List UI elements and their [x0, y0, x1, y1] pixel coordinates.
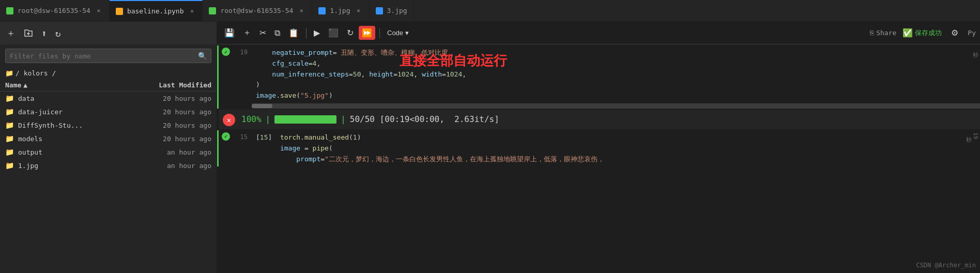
chevron-down-icon: ▾	[405, 29, 409, 37]
file-modified: 20 hours ago	[129, 122, 211, 129]
file-name: data-juicer	[18, 108, 129, 116]
interrupt-output-button[interactable]: ✕	[223, 114, 235, 126]
list-item[interactable]: 📁 data 20 hours ago	[0, 92, 217, 105]
tab-label: 1.jpg	[330, 7, 350, 14]
file-name: models	[18, 135, 129, 143]
run-button[interactable]: ▶	[311, 26, 323, 40]
file-modified: 20 hours ago	[129, 135, 211, 143]
cell-1-content[interactable]: negative_prompt= 丑陋、变形、嘈杂、模糊、低对比度， cfg_s…	[252, 46, 970, 103]
folder-icon: 📁	[5, 134, 14, 143]
save-success-label: 保存成功	[915, 28, 942, 38]
save-success-indicator: ✅ 保存成功	[902, 28, 942, 38]
cell-type-label: Code	[387, 29, 403, 37]
paste-button[interactable]: 📋	[285, 26, 302, 40]
notebook-icon	[116, 8, 123, 15]
folder-icon: 📁	[5, 94, 14, 102]
tab-close[interactable]: ✕	[355, 7, 363, 15]
sort-icon: ▲	[23, 81, 27, 89]
separator2	[379, 28, 380, 38]
share-label: Share	[876, 29, 896, 37]
list-item[interactable]: 📁 data-juicer 20 hours ago	[0, 105, 217, 118]
interrupt-button[interactable]: ⬛	[325, 26, 342, 40]
file-name: output	[18, 148, 129, 156]
code-line: cfg_scale=4,	[256, 58, 966, 69]
tab-label: baseline.ipynb	[127, 7, 184, 15]
list-item[interactable]: 📁 DiffSynth-Stu... 20 hours ago	[0, 118, 217, 132]
share-icon: ⎘	[870, 29, 874, 37]
scroll-thumb	[252, 104, 272, 108]
horizontal-scrollbar[interactable]	[252, 103, 980, 109]
notebook-wrapper: ✓ 19 negative_prompt= 丑陋、变形、嘈杂、模糊、低对比度， …	[217, 44, 980, 273]
list-item[interactable]: 📁 1.jpg an hour ago	[0, 159, 217, 172]
cell-3-status: ✓	[219, 130, 233, 166]
folder-icon: 📁	[5, 69, 13, 77]
folder-icon: 📁	[5, 121, 14, 129]
share-button[interactable]: ⎘ Share	[870, 29, 896, 37]
col-modified-header[interactable]: Last Modified	[129, 81, 211, 89]
tab-terminal2[interactable]: root@dsw-616535-54 ✕	[203, 0, 312, 21]
main-layout: ＋ ⬆ ↻ 🔍 📁 / kolors / Name	[0, 22, 980, 273]
progress-bar-container: 100% | | 50/50 [00:19<00:00, 2.63it/s]	[241, 114, 499, 124]
new-folder-icon[interactable]	[24, 28, 33, 38]
progress-separator2: |	[341, 114, 346, 124]
tab-notebook[interactable]: baseline.ipynb ✕	[110, 0, 203, 21]
cell-1-time: 秒	[970, 46, 980, 103]
cell-output-content-row: ✕ 100% | | 50/50 [00:19<00:00, 2.63it/s]	[219, 110, 980, 129]
save-button[interactable]: 💾	[221, 26, 238, 40]
file-modified: 20 hours ago	[129, 108, 211, 116]
tab-close[interactable]: ✕	[297, 7, 305, 15]
toolbar-right: ⎘ Share ✅ 保存成功 ⚙ Py	[870, 26, 976, 40]
file-modified: an hour ago	[129, 148, 211, 156]
settings-button[interactable]: ⚙	[948, 26, 961, 40]
upload-icon[interactable]: ⬆	[41, 28, 47, 39]
cell-3-content[interactable]: [15] torch.manual_seed(1) image = pipe( …	[252, 130, 963, 166]
sidebar: ＋ ⬆ ↻ 🔍 📁 / kolors / Name	[0, 22, 217, 273]
new-file-icon[interactable]: ＋	[6, 27, 16, 39]
progress-separator: |	[266, 114, 271, 124]
progress-percent: 100%	[241, 114, 262, 124]
progress-bar	[274, 115, 336, 124]
tab-label: root@dsw-616535-54	[220, 7, 293, 14]
search-icon: 🔍	[198, 52, 207, 60]
cell-3-number: 15	[233, 130, 252, 166]
progress-stats: 50/50 [00:19<00:00, 2.63it/s]	[350, 114, 499, 124]
image-icon	[318, 7, 326, 14]
cut-button[interactable]: ✂	[256, 26, 269, 40]
run-all-button[interactable]: ⏩	[359, 26, 375, 40]
list-item[interactable]: 📁 output an hour ago	[0, 145, 217, 159]
cell-type-selector[interactable]: Code ▾	[384, 28, 412, 38]
file-name: 1.jpg	[18, 162, 129, 170]
add-cell-button[interactable]: ＋	[240, 25, 254, 40]
tab-bar: root@dsw-616535-54 ✕ baseline.ipynb ✕ ro…	[0, 0, 980, 22]
col-name-header[interactable]: Name ▲	[5, 81, 129, 89]
tab-img3[interactable]: 3.jpg	[370, 0, 414, 21]
folder-icon: 📁	[5, 148, 14, 156]
cell-output-row: ✕ 100% | | 50/50 [00:19<00:00, 2.63it/s]	[217, 110, 980, 129]
file-name: DiffSynth-Stu...	[18, 122, 129, 129]
tab-img1[interactable]: 1.jpg ✕	[312, 0, 369, 21]
copy-button[interactable]: ⧉	[271, 26, 283, 40]
file-list-header[interactable]: Name ▲ Last Modified	[0, 79, 217, 92]
code-line: image.save("5.jpg")	[256, 90, 966, 101]
cell-3-row: ✓ 15 [15] torch.manual_seed(1) image = p…	[219, 130, 980, 166]
tab-terminal1[interactable]: root@dsw-616535-54 ✕	[0, 0, 110, 21]
image-icon	[376, 7, 383, 14]
refresh-icon[interactable]: ↻	[55, 28, 61, 39]
cell-1-status: ✓	[219, 46, 233, 103]
cell-1-number: 19	[233, 46, 252, 103]
checkmark-icon: ✅	[902, 28, 913, 38]
code-line: image = pipe(	[256, 143, 959, 154]
terminal-icon	[209, 7, 216, 14]
separator	[306, 28, 307, 38]
code-line: )	[256, 80, 966, 90]
cell-1-row: ✓ 19 negative_prompt= 丑陋、变形、嘈杂、模糊、低对比度， …	[219, 46, 980, 103]
search-input[interactable]	[10, 52, 194, 60]
py-label: Py	[968, 29, 976, 37]
cell-3-time: 19秒	[963, 130, 980, 166]
cell-1: ✓ 19 negative_prompt= 丑陋、变形、嘈杂、模糊、低对比度， …	[217, 46, 980, 109]
restart-button[interactable]: ↻	[344, 26, 357, 40]
tab-close[interactable]: ✕	[95, 7, 103, 15]
list-item[interactable]: 📁 models 20 hours ago	[0, 132, 217, 145]
tab-close[interactable]: ✕	[188, 7, 196, 16]
tab-label: 3.jpg	[387, 7, 407, 14]
